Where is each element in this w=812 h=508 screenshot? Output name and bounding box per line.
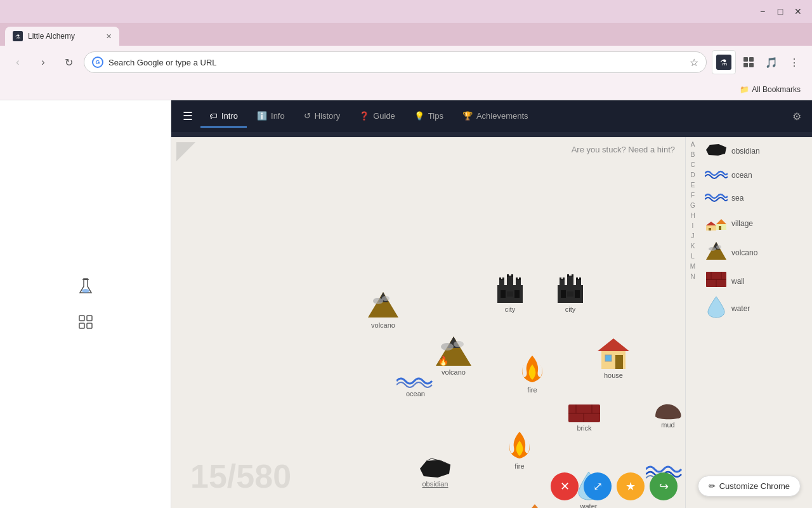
- canvas-city-2[interactable]: city: [554, 269, 586, 313]
- alpha-H[interactable]: H: [689, 211, 696, 221]
- hint-text[interactable]: Are you stuck? Need a hint?: [572, 145, 675, 154]
- svg-rect-32: [507, 274, 509, 277]
- alpha-I[interactable]: I: [691, 221, 695, 231]
- canvas-mud[interactable]: mud: [652, 401, 684, 429]
- spacer-mn: [700, 324, 812, 329]
- tabs-bar: ⚗ Little Alchemy ✕: [0, 23, 812, 46]
- game-nav: ☰ 🏷 Intro ℹ️ Info ↺ History ❓ Guide 💡 Ti…: [171, 100, 812, 132]
- svg-rect-10: [79, 316, 84, 321]
- tab-tips[interactable]: 💡 Tips: [405, 105, 452, 128]
- svg-rect-33: [511, 274, 513, 277]
- all-bookmarks[interactable]: 📁 All Bookmarks: [736, 83, 804, 97]
- canvas-ocean-1[interactable]: ocean: [396, 373, 435, 398]
- canvas-city-1[interactable]: city: [494, 269, 526, 313]
- tab-guide[interactable]: ❓ Guide: [350, 105, 404, 128]
- alpha-nav: A B C D E F G H I J K L M N: [686, 137, 700, 508]
- list-item-ocean[interactable]: ocean: [700, 165, 812, 185]
- tab-close-button[interactable]: ✕: [106, 32, 112, 41]
- tips-label: Tips: [428, 111, 443, 121]
- alpha-E[interactable]: E: [690, 180, 697, 190]
- alpha-C[interactable]: C: [689, 160, 696, 170]
- svg-rect-12: [79, 323, 84, 328]
- extensions-button[interactable]: [738, 52, 759, 72]
- url-bar[interactable]: G Search Google or type a URL ☆: [84, 51, 707, 73]
- flask-side-icon[interactable]: [73, 274, 98, 299]
- tab-info[interactable]: ℹ️ Info: [248, 105, 294, 128]
- list-item-sea[interactable]: sea: [700, 188, 812, 208]
- grid-side-icon[interactable]: [73, 309, 98, 335]
- delete-button[interactable]: ✕: [551, 472, 579, 500]
- svg-rect-34: [501, 290, 506, 298]
- village-list-icon: [705, 213, 728, 234]
- water-label: water: [580, 502, 598, 508]
- favorite-button[interactable]: ★: [617, 472, 645, 500]
- svg-rect-6: [743, 63, 748, 67]
- svg-rect-42: [576, 277, 578, 280]
- svg-rect-27: [499, 277, 501, 280]
- canvas-village[interactable]: village: [511, 495, 545, 508]
- svg-rect-46: [572, 274, 573, 277]
- folder-icon: 📁: [740, 85, 749, 94]
- tab-intro[interactable]: 🏷 Intro: [200, 105, 247, 128]
- svg-point-17: [373, 298, 383, 304]
- svg-point-9: [82, 289, 89, 293]
- list-item-water[interactable]: water: [700, 293, 812, 324]
- alpha-L[interactable]: L: [690, 251, 696, 262]
- svg-point-22: [454, 341, 464, 347]
- game-menu-button[interactable]: ☰: [176, 105, 199, 128]
- house-label: house: [604, 371, 623, 379]
- svg-marker-65: [706, 222, 716, 225]
- menu-button[interactable]: ⋮: [784, 52, 804, 72]
- wall-list-name: wall: [731, 277, 745, 286]
- bookmark-star-icon[interactable]: ☆: [690, 57, 698, 69]
- canvas-fire-2[interactable]: fire: [508, 429, 532, 470]
- svg-rect-48: [575, 290, 580, 298]
- cast-button[interactable]: 🎵: [761, 52, 782, 72]
- canvas-obsidian-1[interactable]: obsidian: [419, 456, 452, 488]
- forward-button[interactable]: ›: [33, 52, 53, 72]
- alpha-B[interactable]: B: [690, 150, 697, 160]
- canvas-volcano-2[interactable]: 🔥 volcano: [435, 334, 473, 376]
- svg-rect-28: [502, 277, 504, 280]
- maximize-button[interactable]: □: [771, 3, 789, 20]
- guide-label: Guide: [373, 111, 395, 121]
- tab-achievements[interactable]: 🏆 Achievements: [454, 105, 537, 128]
- canvas-volcano-1[interactable]: volcano: [367, 290, 400, 329]
- mud-label: mud: [661, 421, 674, 429]
- alpha-G[interactable]: G: [689, 201, 697, 211]
- game-container: ☰ 🏷 Intro ℹ️ Info ↺ History ❓ Guide 💡 Ti…: [171, 100, 812, 508]
- alpha-D[interactable]: D: [689, 170, 696, 180]
- alpha-A[interactable]: A: [690, 140, 697, 150]
- canvas-fire-1[interactable]: fire: [520, 353, 544, 394]
- game-subnav: [171, 132, 812, 137]
- alpha-K[interactable]: K: [690, 241, 697, 251]
- sea-list-name: sea: [731, 194, 743, 203]
- customize-chrome-button[interactable]: ✏ Customize Chrome: [698, 476, 801, 497]
- browser-tab[interactable]: ⚗ Little Alchemy ✕: [5, 27, 119, 46]
- svg-marker-62: [528, 504, 541, 508]
- list-item-obsidian[interactable]: obsidian: [700, 140, 812, 163]
- list-item-village[interactable]: village: [700, 211, 812, 236]
- close-button[interactable]: ✕: [789, 3, 807, 20]
- canvas-house[interactable]: house: [596, 337, 631, 379]
- list-item-volcano[interactable]: volcano: [700, 239, 812, 267]
- reload-button[interactable]: ↻: [58, 52, 79, 72]
- tab-history[interactable]: ↺ History: [295, 105, 349, 128]
- canvas-area[interactable]: Are you stuck? Need a hint? 15/580: [171, 137, 685, 508]
- back-button[interactable]: ‹: [8, 52, 28, 72]
- alpha-J[interactable]: J: [690, 231, 696, 241]
- alpha-F[interactable]: F: [690, 190, 696, 201]
- history-icon: ↺: [304, 111, 311, 121]
- canvas-brick[interactable]: brick: [568, 404, 601, 432]
- expand-button[interactable]: ⤢: [584, 472, 612, 500]
- alpha-N[interactable]: N: [689, 272, 696, 282]
- volcano-2-label: volcano: [442, 368, 466, 376]
- little-alchemy-app-icon[interactable]: ⚗: [712, 50, 736, 74]
- ocean-list-name: ocean: [731, 171, 752, 180]
- minimize-button[interactable]: −: [754, 3, 771, 20]
- list-item-wall[interactable]: wall: [700, 269, 812, 293]
- brick-label: brick: [577, 424, 591, 432]
- alpha-M[interactable]: M: [689, 262, 697, 272]
- game-settings-button[interactable]: ⚙: [787, 106, 807, 126]
- share-button[interactable]: ↪: [650, 472, 678, 500]
